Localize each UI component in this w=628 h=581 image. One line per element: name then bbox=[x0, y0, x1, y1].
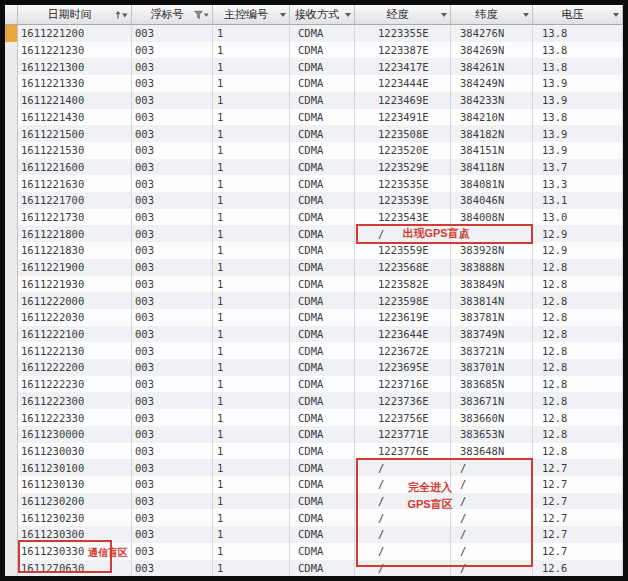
row-selector[interactable] bbox=[5, 443, 18, 460]
chevron-down-icon[interactable] bbox=[345, 13, 351, 17]
cell-buoy[interactable]: 003 bbox=[132, 142, 213, 159]
cell-datetime[interactable]: 1611221400 bbox=[18, 92, 132, 109]
row-selector[interactable] bbox=[5, 560, 18, 577]
cell-receive[interactable]: CDMA bbox=[290, 476, 355, 493]
cell-buoy[interactable]: 003 bbox=[132, 426, 213, 443]
cell-voltage[interactable]: 13.7 bbox=[533, 159, 623, 176]
cell-voltage[interactable]: 12.8 bbox=[533, 326, 623, 343]
cell-receive[interactable]: CDMA bbox=[290, 292, 355, 309]
cell-receive[interactable]: CDMA bbox=[290, 159, 355, 176]
cell-master[interactable]: 1 bbox=[213, 92, 290, 109]
cell-voltage[interactable]: 12.8 bbox=[533, 392, 623, 409]
cell-voltage[interactable]: 12.8 bbox=[533, 292, 623, 309]
row-selector[interactable] bbox=[5, 142, 18, 159]
cell-master[interactable]: 1 bbox=[213, 326, 290, 343]
cell-buoy[interactable]: 003 bbox=[132, 225, 213, 242]
cell-buoy[interactable]: 003 bbox=[132, 392, 213, 409]
cell-voltage[interactable]: 12.7 bbox=[533, 509, 623, 526]
cell-longitude[interactable]: 1223469E bbox=[355, 92, 451, 109]
column-header-datetime[interactable]: 日期时间 bbox=[18, 5, 132, 25]
cell-latitude[interactable]: 384261N bbox=[451, 58, 533, 75]
cell-voltage[interactable]: 13.9 bbox=[533, 125, 623, 142]
cell-master[interactable]: 1 bbox=[213, 376, 290, 393]
cell-buoy[interactable]: 003 bbox=[132, 25, 213, 42]
row-selector[interactable] bbox=[5, 292, 18, 309]
cell-datetime[interactable]: 1611221230 bbox=[18, 42, 132, 59]
cell-latitude[interactable]: 383660N bbox=[451, 409, 533, 426]
cell-longitude[interactable]: 1223568E bbox=[355, 259, 451, 276]
row-selector[interactable] bbox=[5, 175, 18, 192]
cell-longitude[interactable]: 1223520E bbox=[355, 142, 451, 159]
cell-voltage[interactable]: 12.9 bbox=[533, 242, 623, 259]
cell-longitude[interactable]: 1223582E bbox=[355, 276, 451, 293]
cell-buoy[interactable]: 003 bbox=[132, 209, 213, 226]
cell-datetime[interactable]: 1611221800 bbox=[18, 225, 132, 242]
cell-master[interactable]: 1 bbox=[213, 526, 290, 543]
chevron-down-icon[interactable] bbox=[523, 13, 529, 17]
cell-master[interactable]: 1 bbox=[213, 476, 290, 493]
cell-voltage[interactable]: 13.9 bbox=[533, 92, 623, 109]
cell-latitude[interactable]: 383671N bbox=[451, 392, 533, 409]
cell-voltage[interactable]: 12.6 bbox=[533, 560, 623, 577]
column-header-master[interactable]: 主控编号 bbox=[213, 5, 290, 25]
cell-master[interactable]: 1 bbox=[213, 309, 290, 326]
cell-master[interactable]: 1 bbox=[213, 25, 290, 42]
row-selector[interactable] bbox=[5, 109, 18, 126]
cell-receive[interactable]: CDMA bbox=[290, 459, 355, 476]
cell-datetime[interactable]: 1611230230 bbox=[18, 509, 132, 526]
cell-receive[interactable]: CDMA bbox=[290, 526, 355, 543]
row-selector[interactable] bbox=[5, 359, 18, 376]
cell-receive[interactable]: CDMA bbox=[290, 409, 355, 426]
cell-datetime[interactable]: 1611221600 bbox=[18, 159, 132, 176]
cell-buoy[interactable]: 003 bbox=[132, 125, 213, 142]
cell-buoy[interactable]: 003 bbox=[132, 543, 213, 560]
cell-datetime[interactable]: 1611222300 bbox=[18, 392, 132, 409]
cell-buoy[interactable]: 003 bbox=[132, 493, 213, 510]
cell-receive[interactable]: CDMA bbox=[290, 359, 355, 376]
cell-longitude[interactable]: 1223355E bbox=[355, 25, 451, 42]
cell-master[interactable]: 1 bbox=[213, 142, 290, 159]
cell-master[interactable]: 1 bbox=[213, 42, 290, 59]
cell-buoy[interactable]: 003 bbox=[132, 443, 213, 460]
cell-voltage[interactable]: 12.8 bbox=[533, 409, 623, 426]
cell-datetime[interactable]: 1611221930 bbox=[18, 276, 132, 293]
cell-voltage[interactable]: 12.8 bbox=[533, 443, 623, 460]
row-selector[interactable] bbox=[5, 526, 18, 543]
cell-voltage[interactable]: 12.7 bbox=[533, 543, 623, 560]
cell-latitude[interactable]: 384249N bbox=[451, 75, 533, 92]
column-header-latitude[interactable]: 纬度 bbox=[451, 5, 533, 25]
cell-buoy[interactable]: 003 bbox=[132, 42, 213, 59]
cell-datetime[interactable]: 1611221630 bbox=[18, 175, 132, 192]
cell-buoy[interactable]: 003 bbox=[132, 309, 213, 326]
chevron-down-icon[interactable] bbox=[441, 13, 447, 17]
cell-buoy[interactable]: 003 bbox=[132, 342, 213, 359]
cell-latitude[interactable]: 383749N bbox=[451, 326, 533, 343]
row-selector[interactable] bbox=[5, 92, 18, 109]
cell-receive[interactable]: CDMA bbox=[290, 58, 355, 75]
cell-buoy[interactable]: 003 bbox=[132, 276, 213, 293]
cell-master[interactable]: 1 bbox=[213, 192, 290, 209]
cell-buoy[interactable]: 003 bbox=[132, 175, 213, 192]
row-selector[interactable] bbox=[5, 159, 18, 176]
cell-datetime[interactable]: 1611222130 bbox=[18, 342, 132, 359]
cell-latitude[interactable]: 383781N bbox=[451, 309, 533, 326]
cell-receive[interactable]: CDMA bbox=[290, 92, 355, 109]
cell-datetime[interactable]: 1611222030 bbox=[18, 309, 132, 326]
cell-voltage[interactable]: 13.9 bbox=[533, 142, 623, 159]
cell-buoy[interactable]: 003 bbox=[132, 459, 213, 476]
cell-voltage[interactable]: 13.9 bbox=[533, 75, 623, 92]
cell-latitude[interactable]: 383888N bbox=[451, 259, 533, 276]
cell-latitude[interactable]: 384081N bbox=[451, 175, 533, 192]
cell-datetime[interactable]: 1611222330 bbox=[18, 409, 132, 426]
cell-receive[interactable]: CDMA bbox=[290, 75, 355, 92]
cell-receive[interactable]: CDMA bbox=[290, 509, 355, 526]
cell-master[interactable]: 1 bbox=[213, 426, 290, 443]
sort-ascending-dropdown-icon[interactable] bbox=[115, 10, 128, 19]
row-selector[interactable] bbox=[5, 242, 18, 259]
cell-latitude[interactable]: 384276N bbox=[451, 25, 533, 42]
cell-buoy[interactable]: 003 bbox=[132, 109, 213, 126]
row-selector[interactable] bbox=[5, 493, 18, 510]
cell-receive[interactable]: CDMA bbox=[290, 326, 355, 343]
cell-master[interactable]: 1 bbox=[213, 209, 290, 226]
cell-receive[interactable]: CDMA bbox=[290, 443, 355, 460]
